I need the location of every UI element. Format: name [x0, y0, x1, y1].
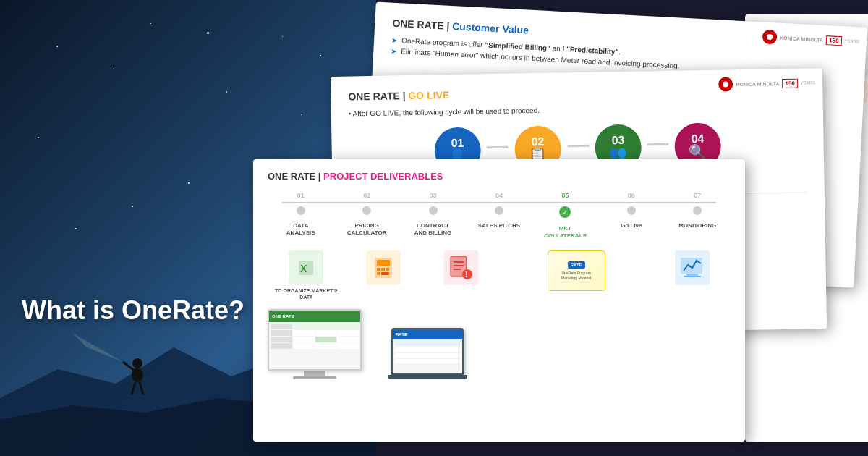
konica-circle-cv: [762, 29, 778, 44]
cell: [271, 330, 292, 336]
desktop-toolbar-text: ONE RATE: [272, 314, 294, 318]
timeline-step-04: 04 SALES PITCHS: [466, 192, 532, 229]
desktop-row: [271, 324, 359, 329]
desktop-row4: [271, 343, 359, 349]
doc-icon-box: !: [443, 250, 478, 285]
cv-arrow-1: ➤: [391, 36, 398, 44]
timeline-step-05: 05 ✓ MKTCOLLATERALS: [532, 192, 598, 239]
deliverable-calc: [345, 250, 422, 300]
years-label-cv: YEARS: [844, 38, 859, 43]
ts-num-01: 01: [297, 192, 305, 199]
ts-label-02: PRICINGCALCULATOR: [347, 222, 387, 236]
svg-rect-12: [381, 268, 385, 271]
laptop-toolbar: RATE: [393, 329, 462, 339]
excel-icon-box: X: [289, 250, 323, 285]
laptop-content: [393, 339, 462, 373]
mkt-collateral-box: RATE OneRate ProgramMarketing Material: [548, 250, 605, 291]
connector-1: [487, 145, 509, 148]
years-badge-gl: 150: [782, 78, 798, 88]
cell: [293, 343, 315, 349]
years-badge-cv: 150: [826, 35, 842, 46]
cell: [293, 324, 315, 329]
monitor-stand: [304, 371, 326, 376]
svg-text:X: X: [300, 263, 307, 274]
step-num-01: 01: [451, 138, 464, 149]
laptop-screen-container: RATE: [388, 328, 467, 379]
ts-label-03: CONTRACTAND BILLING: [414, 222, 452, 236]
laptop-row4: [395, 359, 460, 363]
del-title-prefix: ONE RATE |: [268, 171, 323, 182]
years-label-gl: YEARS: [801, 80, 815, 85]
cv-title-accent: Customer Value: [452, 20, 529, 36]
check-icon: 🔍: [689, 145, 707, 159]
slide-deliverables: ONE RATE | PROJECT DELIVERABLES 01 DATAA…: [253, 159, 745, 442]
connector-2: [568, 144, 590, 147]
calc-icon-box: [366, 250, 401, 285]
desktop-screen: ONE RATE: [268, 309, 362, 371]
cell: [271, 343, 292, 349]
ts-label-07: MONITORING: [678, 222, 716, 229]
svg-rect-14: [377, 272, 380, 275]
cell: [315, 330, 337, 336]
step-num-04: 04: [691, 133, 704, 145]
go-live-description: • After GO LIVE, the following cycle wil…: [349, 102, 806, 118]
svg-point-1: [132, 358, 142, 368]
ts-label-01: DATAANALYSIS: [286, 222, 315, 236]
svg-rect-10: [377, 260, 390, 266]
excel-icon-svg: X: [294, 256, 318, 279]
laptop-row3: [395, 353, 460, 358]
svg-rect-13: [386, 268, 389, 271]
svg-rect-24: [686, 274, 698, 276]
ts-dot-07: [692, 205, 703, 216]
ts-label-04: SALES PITCHS: [478, 222, 520, 229]
ts-num-06: 06: [628, 192, 635, 199]
ts-num-03: 03: [430, 192, 437, 199]
konica-inner-cv: [767, 34, 773, 40]
cell: [337, 324, 359, 329]
svg-text:!: !: [465, 271, 467, 279]
monitor-icon-svg: [679, 255, 705, 281]
ts-num-05: 05: [561, 192, 569, 199]
timeline-step-07: 07 MONITORING: [665, 192, 731, 229]
cell: [337, 343, 359, 349]
cell: [271, 324, 292, 329]
slide-stack: al budget tying willm tailored program N…: [311, 14, 868, 442]
timeline-step-03: 03 CONTRACTAND BILLING: [400, 192, 466, 236]
monitor-icon-box: [675, 250, 710, 285]
screen-images: ONE RATE: [268, 309, 731, 379]
gl-title-prefix: ONE RATE |: [348, 90, 408, 102]
cv-title-prefix: ONE RATE |: [392, 17, 453, 32]
cell: [337, 330, 359, 336]
svg-marker-5: [72, 333, 123, 362]
konica-text-gl: KONICA MINOLTA: [736, 81, 779, 87]
timeline-container: 01 DATAANALYSIS 02 PRICINGCALCULATOR 03 …: [268, 192, 731, 239]
timeline-step-01: 01 DATAANALYSIS: [268, 192, 333, 236]
deliverables-header: ONE RATE | PROJECT DELIVERABLES: [268, 171, 731, 182]
timeline-step-02: 02 PRICINGCALCULATOR: [333, 192, 399, 236]
laptop-row: [395, 342, 460, 346]
laptop-base: [388, 375, 467, 379]
ts-dot-06: [626, 205, 637, 216]
deliverable-icons-row: X TO ORGANIZE MARKET'S DATA: [268, 250, 731, 300]
desktop-content: [269, 322, 360, 350]
deliverable-mkt: RATE OneRate ProgramMarketing Material: [499, 250, 653, 300]
step-num-02: 02: [531, 136, 544, 148]
ts-dot-03: [427, 205, 439, 216]
cell: [315, 324, 337, 329]
ts-label-05: MKTCOLLATERALS: [544, 225, 587, 239]
cell: [315, 343, 337, 349]
laptop-screen: RATE: [391, 328, 464, 375]
timeline: 01 DATAANALYSIS 02 PRICINGCALCULATOR 03 …: [268, 192, 731, 239]
connector-3: [647, 143, 669, 145]
konica-text-cv: KONICA MINOLTA: [780, 35, 823, 42]
monitor-base: [293, 376, 336, 379]
svg-rect-23: [681, 258, 702, 274]
gl-title-accent: GO LIVE: [408, 89, 449, 101]
svg-rect-25: [684, 276, 701, 277]
ts-dot-02: [361, 205, 373, 216]
svg-rect-11: [377, 268, 380, 271]
ts-dot-01: [295, 205, 307, 216]
desktop-toolbar: ONE RATE: [269, 311, 360, 322]
ts-num-07: 07: [694, 192, 701, 199]
desktop-screen-container: ONE RATE: [268, 309, 362, 379]
